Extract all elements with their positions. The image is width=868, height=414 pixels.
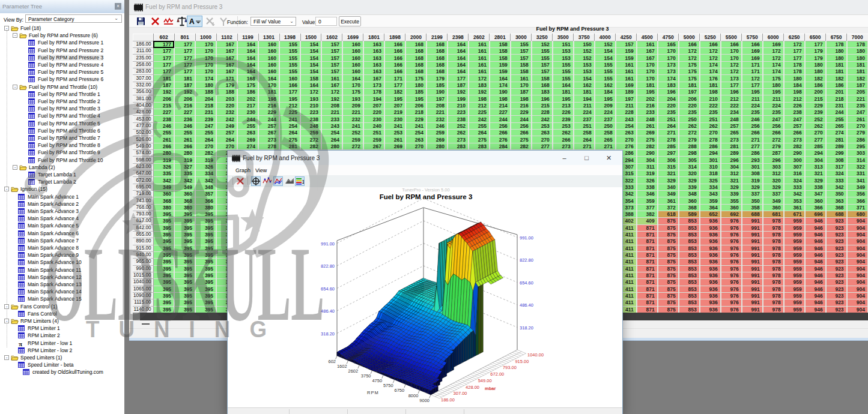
- svg-text:1: 1: [302, 179, 305, 185]
- svg-text:5750: 5750: [383, 383, 393, 388]
- svg-text:822.80: 822.80: [321, 263, 335, 269]
- svg-text:3750: 3750: [361, 373, 371, 379]
- svg-text:602: 602: [328, 359, 336, 364]
- svg-text:549.00: 549.00: [478, 378, 492, 383]
- svg-text:486.40: 486.40: [520, 302, 533, 308]
- svg-text:915.00: 915.00: [515, 359, 529, 364]
- svg-text:486.40: 486.40: [321, 308, 335, 314]
- svg-text:793.00: 793.00: [503, 365, 517, 370]
- svg-text:672.00: 672.00: [490, 371, 504, 377]
- svg-text:318.20: 318.20: [321, 331, 335, 337]
- svg-text:654.60: 654.60: [321, 286, 335, 292]
- svg-text:991.00: 991.00: [321, 241, 335, 247]
- svg-text:428.00: 428.00: [466, 385, 479, 390]
- svg-text:RPM: RPM: [367, 390, 379, 395]
- svg-text:318.20: 318.20: [520, 325, 533, 331]
- svg-text:822.80: 822.80: [520, 257, 533, 263]
- svg-text:2602: 2602: [348, 368, 359, 374]
- svg-text:186.00: 186.00: [441, 397, 455, 403]
- svg-text:4750: 4750: [372, 378, 382, 383]
- svg-text:8000: 8000: [408, 393, 419, 398]
- svg-text:1602: 1602: [337, 364, 347, 369]
- svg-text:6750: 6750: [395, 388, 405, 393]
- svg-text:9000: 9000: [419, 398, 429, 403]
- svg-text:991.00: 991.00: [520, 235, 533, 241]
- svg-text:π: π: [19, 340, 22, 347]
- svg-text:654.60: 654.60: [520, 280, 533, 286]
- svg-text:mbar: mbar: [485, 386, 496, 391]
- svg-text:1040.00: 1040.00: [527, 352, 544, 358]
- svg-text:307.00: 307.00: [454, 391, 467, 396]
